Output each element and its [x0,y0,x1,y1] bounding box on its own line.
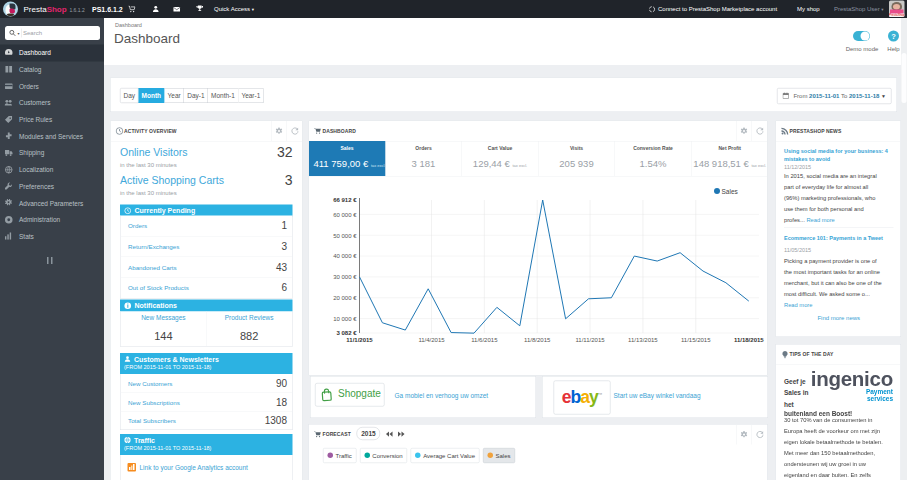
svg-text:11/15/2015: 11/15/2015 [681,337,711,343]
svg-text:Sales: Sales [722,188,739,195]
svg-text:10 000 €: 10 000 € [333,316,357,322]
svg-text:50 000 €: 50 000 € [333,233,357,239]
svg-text:40 000 €: 40 000 € [333,253,357,259]
svg-text:3 082 €: 3 082 € [336,330,357,336]
svg-text:11/8/2015: 11/8/2015 [524,337,551,343]
svg-text:11/6/2015: 11/6/2015 [471,337,498,343]
svg-text:30 000 €: 30 000 € [333,274,357,280]
svg-text:11/1/2015: 11/1/2015 [346,337,373,343]
svg-text:60 000 €: 60 000 € [333,212,357,218]
svg-text:20 000 €: 20 000 € [333,295,357,301]
svg-text:11/18/2015: 11/18/2015 [734,337,764,343]
svg-text:11/11/2015: 11/11/2015 [575,337,605,343]
svg-text:11/13/2015: 11/13/2015 [628,337,658,343]
svg-text:66 912 €: 66 912 € [333,197,357,203]
svg-text:11/4/2015: 11/4/2015 [418,337,445,343]
